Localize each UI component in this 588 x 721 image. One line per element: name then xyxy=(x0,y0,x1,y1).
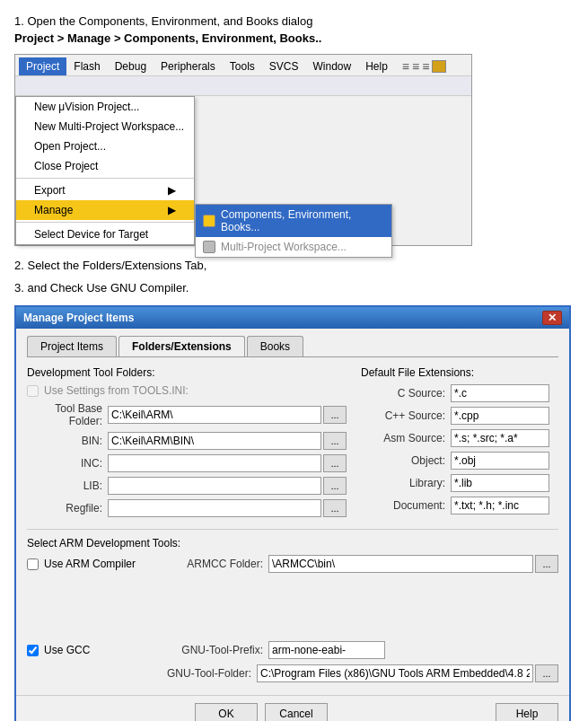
gnu-prefix-label: GNU-Tool-Prefix: xyxy=(143,644,268,656)
component-icon xyxy=(203,215,215,227)
lib-row: LIB: ... xyxy=(27,477,347,495)
menu-new-workspace[interactable]: New Multi-Project Workspace... xyxy=(16,117,194,136)
menu-flash[interactable]: Flash xyxy=(66,57,107,75)
help-button[interactable]: Help xyxy=(496,703,558,721)
tool-base-input[interactable] xyxy=(108,406,321,424)
bin-label: BIN: xyxy=(27,435,108,447)
gnu-folder-browse[interactable]: ... xyxy=(535,664,558,682)
use-settings-row: Use Settings from TOOLS.INI: xyxy=(27,384,347,397)
bin-browse[interactable]: ... xyxy=(323,432,347,450)
dialog-close-button[interactable]: ✕ xyxy=(542,311,562,325)
asm-source-input[interactable] xyxy=(451,429,549,447)
inc-browse[interactable]: ... xyxy=(323,454,347,472)
object-input[interactable] xyxy=(451,452,549,470)
menu-screenshot: Project Flash Debug Peripherals Tools SV… xyxy=(14,54,472,246)
menu-export-arrow: ▶ xyxy=(168,184,176,197)
right-col: Default File Extensions: C Source: C++ S… xyxy=(361,366,558,522)
step-3-number: 3. xyxy=(14,281,27,295)
menu-manage[interactable]: Manage ▶ xyxy=(16,200,194,220)
submenu-workspace[interactable]: Multi-Project Workspace... xyxy=(196,237,391,257)
tab-books[interactable]: Books xyxy=(247,336,303,356)
c-source-label: C Source: xyxy=(361,387,451,400)
menu-content: New μVision Project... New Multi-Project… xyxy=(15,96,471,245)
menu-new-project[interactable]: New μVision Project... xyxy=(16,97,194,117)
inc-row: INC: ... xyxy=(27,454,347,472)
gnu-folder-input[interactable] xyxy=(257,664,533,682)
regfile-label: Regfile: xyxy=(27,502,108,514)
left-col: Development Tool Folders: Use Settings f… xyxy=(27,366,347,522)
c-source-input[interactable] xyxy=(451,384,549,402)
use-gcc-checkbox[interactable] xyxy=(27,645,39,656)
menu-open-project[interactable]: Open Project... xyxy=(16,136,194,156)
asm-source-row: Asm Source: xyxy=(361,429,558,447)
object-row: Object: xyxy=(361,452,558,470)
library-label: Library: xyxy=(361,477,451,489)
manage-dialog: Manage Project Items ✕ Project Items Fol… xyxy=(14,305,571,721)
submenu-workspace-label: Multi-Project Workspace... xyxy=(221,241,347,253)
lib-input[interactable] xyxy=(108,477,321,495)
lib-label: LIB: xyxy=(27,479,108,492)
bin-input[interactable] xyxy=(108,432,321,450)
inc-input[interactable] xyxy=(108,454,321,472)
step-1-number: 1. xyxy=(14,14,27,28)
document-label: Document: xyxy=(361,499,451,512)
menu-help[interactable]: Help xyxy=(358,57,395,75)
dialog-title: Manage Project Items xyxy=(23,312,134,324)
regfile-row: Regfile: ... xyxy=(27,499,347,517)
inc-label: INC: xyxy=(27,457,108,470)
menu-export-label: Export xyxy=(34,184,66,197)
tool-base-row: Tool Base Folder: ... xyxy=(27,402,347,427)
workspace-icon xyxy=(203,241,215,253)
gnu-folder-row: GNU-Tool-Folder: ... xyxy=(27,664,558,682)
gnu-folder-label: GNU-Tool-Folder: xyxy=(131,667,257,680)
menu-manage-arrow: ▶ xyxy=(168,204,176,216)
tool-base-browse[interactable]: ... xyxy=(323,406,347,424)
step-2: 2. Select the Folders/Extensions Tab, xyxy=(14,259,574,272)
submenu-components[interactable]: Components, Environment, Books... xyxy=(196,205,391,237)
use-arm-checkbox[interactable] xyxy=(27,558,39,570)
cancel-button[interactable]: Cancel xyxy=(265,703,328,721)
menu-debug[interactable]: Debug xyxy=(108,57,154,75)
tab-project-items[interactable]: Project Items xyxy=(27,336,117,356)
step-1-text: 1. Open the Components, Environment, and… xyxy=(14,14,574,28)
spacer xyxy=(27,578,558,623)
armcc-browse[interactable]: ... xyxy=(535,555,558,573)
gnu-prefix-input[interactable] xyxy=(268,641,385,659)
submenu: Components, Environment, Books... Multi-… xyxy=(195,204,392,258)
lib-browse[interactable]: ... xyxy=(323,477,347,495)
tool-base-label: Tool Base Folder: xyxy=(27,402,108,427)
document-input[interactable] xyxy=(451,497,549,514)
menu-close-project[interactable]: Close Project xyxy=(16,156,194,176)
tab-books-label: Books xyxy=(260,340,290,353)
tab-folders-extensions[interactable]: Folders/Extensions xyxy=(118,336,245,356)
menu-tools[interactable]: Tools xyxy=(223,57,262,75)
menu-project[interactable]: Project xyxy=(19,57,66,75)
library-row: Library: xyxy=(361,474,558,492)
menu-select-device[interactable]: Select Device for Target xyxy=(16,224,194,244)
dialog-titlebar: Manage Project Items ✕ xyxy=(16,307,569,329)
armcc-folder-input[interactable] xyxy=(268,555,533,573)
cpp-source-input[interactable] xyxy=(451,407,549,425)
regfile-browse[interactable]: ... xyxy=(323,499,347,517)
menu-window[interactable]: Window xyxy=(305,57,358,75)
cpp-source-row: C++ Source: xyxy=(361,407,558,425)
use-settings-checkbox[interactable] xyxy=(27,385,39,397)
use-arm-label: Use ARM Compiler xyxy=(44,558,143,570)
cpp-source-label: C++ Source: xyxy=(361,409,451,422)
step-3-description: and Check Use GNU Compiler. xyxy=(27,281,189,295)
use-gcc-label: Use GCC xyxy=(44,644,143,656)
default-ext-label: Default File Extensions: xyxy=(361,366,558,379)
menu-bar: Project Flash Debug Peripherals Tools SV… xyxy=(15,55,471,76)
regfile-input[interactable] xyxy=(108,499,321,517)
menu-svcs[interactable]: SVCS xyxy=(262,57,306,75)
step-2-description: Select the Folders/Extensions Tab, xyxy=(27,259,206,272)
bin-row: BIN: ... xyxy=(27,432,347,450)
arm-section: Select ARM Development Tools: Use ARM Co… xyxy=(27,537,558,682)
library-input[interactable] xyxy=(451,474,549,492)
menu-peripherals[interactable]: Peripherals xyxy=(154,57,223,75)
ok-button[interactable]: OK xyxy=(195,703,258,721)
menu-export[interactable]: Export ▶ xyxy=(16,180,194,200)
step-1: 1. Open the Components, Environment, and… xyxy=(14,14,574,45)
step-1-bold: Project > Manage > Components, Environme… xyxy=(14,31,574,45)
gnu-section: Use GCC GNU-Tool-Prefix: GNU-Tool-Folder… xyxy=(27,641,558,682)
